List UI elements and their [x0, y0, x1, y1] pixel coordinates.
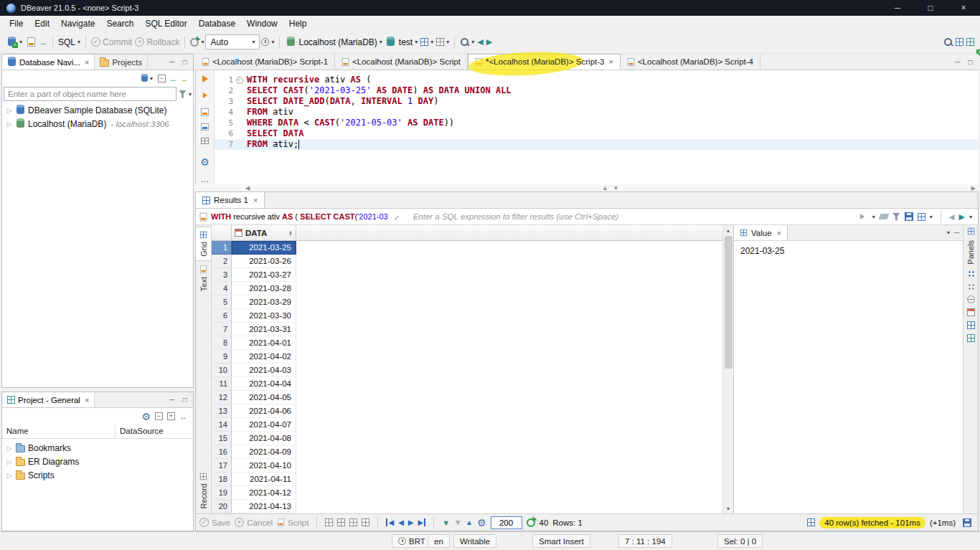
collapse-up-icon[interactable]: ▲ — [603, 185, 608, 191]
grid-row-18[interactable]: 18 2021-04-11 — [212, 473, 722, 486]
grid-row-10[interactable]: 10 2021-04-03 — [212, 364, 722, 377]
export-results-icon[interactable]: ▲ — [466, 518, 473, 526]
grid-row-13[interactable]: 13 2021-04-06 — [212, 404, 722, 418]
database-selector[interactable]: test▾ — [384, 37, 419, 48]
scroll-down-icon[interactable]: ▼ — [723, 503, 733, 513]
project-item-1[interactable]: ▷ Bookmarks — [2, 441, 193, 455]
panel-toggle-icon[interactable] — [967, 321, 975, 329]
panel-toggle-icon[interactable] — [967, 334, 975, 342]
grid-row-6[interactable]: 6 2021-03-30 — [212, 309, 722, 323]
grid-row-12[interactable]: 12 2021-04-05 — [212, 391, 722, 404]
connection-selector[interactable]: Localhost (MariaDB)▾ — [283, 37, 383, 48]
grid-vscrollbar[interactable]: ▲ ▼ — [722, 225, 733, 513]
open-perspective-button[interactable]: + — [954, 38, 965, 46]
language-indicator[interactable]: en — [428, 534, 450, 548]
grid-corner-cell[interactable] — [212, 225, 232, 240]
row-header[interactable]: 6 — [212, 309, 232, 323]
sash-collapse-control[interactable]: ▲ ▼ — [603, 185, 619, 191]
expander-icon[interactable]: ▷ — [6, 445, 13, 452]
link-icon[interactable]: ↔ — [38, 38, 49, 47]
row-header[interactable]: 8 — [212, 336, 232, 350]
data-cell[interactable]: 2021-03-31 — [232, 323, 296, 336]
row-header[interactable]: 4 — [212, 282, 232, 295]
minimize-window-icon[interactable]: ─ — [881, 0, 914, 16]
data-cell[interactable]: 2021-04-11 — [232, 473, 296, 486]
editor-code[interactable]: 1 − WITH recursive ativ AS ( 2 SELECT CA… — [215, 70, 979, 184]
minimize-panel-icon[interactable]: ─ — [954, 229, 959, 237]
apply-filter-icon[interactable] — [857, 211, 868, 222]
collapse-down-icon[interactable]: ▼ — [613, 185, 619, 191]
code-line-5[interactable]: 5 WHERE DATA < CAST('2021-05-03' AS DATE… — [215, 118, 979, 128]
filter-caret-icon[interactable]: ▾ — [189, 91, 192, 98]
delete-row-icon[interactable] — [362, 518, 369, 526]
row-header[interactable]: 15 — [212, 432, 232, 445]
code-line-6[interactable]: 6 SELECT DATA — [215, 128, 979, 139]
close-icon[interactable]: × — [777, 229, 781, 237]
templates-icon[interactable] — [201, 138, 209, 144]
commit-button[interactable]: ✓Commit — [90, 37, 133, 47]
grid-row-2[interactable]: 2 2021-03-26 — [212, 255, 722, 268]
forward-button[interactable]: ▶ — [485, 37, 494, 47]
value-content[interactable]: 2021-03-25 — [734, 241, 963, 261]
data-cell[interactable]: 2021-04-09 — [232, 445, 296, 459]
close-icon[interactable]: × — [85, 396, 89, 404]
grid-row-7[interactable]: 7 2021-03-31 — [212, 323, 722, 336]
tab-database-navigator[interactable]: Database Navi... × — [2, 54, 95, 70]
save-button[interactable]: ✓Save — [199, 518, 230, 527]
editor-tab-2[interactable]: <Localhost (MariaDB)> Script — [335, 54, 468, 70]
data-cell[interactable]: 2021-03-29 — [232, 295, 296, 309]
filter-sql[interactable]: WITH recursive ativ AS ( SELECT CAST('20… — [211, 212, 388, 221]
tab-projects[interactable]: Projects — [95, 54, 148, 70]
menu-navigate[interactable]: Navigate — [55, 16, 100, 31]
row-header[interactable]: 2 — [212, 255, 232, 268]
last-row-icon[interactable]: ▶ — [418, 518, 426, 526]
panels-toggle-icon[interactable] — [918, 213, 925, 221]
row-header[interactable]: 19 — [212, 486, 232, 500]
expander-icon[interactable]: ▷ — [6, 472, 13, 479]
code-line-1[interactable]: 1 − WITH recursive ativ AS ( — [215, 75, 979, 85]
expander-icon[interactable]: ▷ — [6, 120, 13, 128]
panels-caret-icon[interactable]: ▾ — [930, 214, 933, 220]
duplicate-row-icon[interactable] — [349, 518, 357, 526]
menu-window[interactable]: Window — [241, 16, 283, 31]
editor-tab-4[interactable]: <Localhost (MariaDB)> Script-4 — [621, 54, 760, 70]
project-item-3[interactable]: ▷ Scripts — [2, 468, 193, 482]
insert-mode-indicator[interactable]: Smart Insert — [532, 534, 590, 548]
minimize-panel-icon[interactable]: ─ — [952, 58, 963, 66]
save-filter-icon[interactable] — [905, 212, 913, 221]
tab-results-1[interactable]: Results 1 × — [196, 192, 265, 208]
row-header[interactable]: 5 — [212, 295, 232, 309]
execute-statement-icon[interactable] — [202, 75, 208, 82]
data-cell[interactable]: 2021-04-13 — [232, 500, 296, 513]
close-icon[interactable]: × — [608, 57, 613, 66]
transaction-log-button[interactable]: ▾ — [260, 38, 275, 46]
schema-selector-icon[interactable]: ▾ — [419, 38, 435, 46]
panel-toggle-icon[interactable] — [967, 270, 975, 278]
first-row-icon[interactable]: ◀ — [386, 518, 394, 526]
sort-filter-icon[interactable]: ▲▼ — [288, 230, 293, 236]
row-header[interactable]: 20 — [212, 500, 232, 513]
previous-row-icon[interactable]: ◀ — [398, 518, 404, 526]
data-cell[interactable]: 2021-03-25 — [232, 241, 296, 255]
data-cell[interactable]: 2021-04-03 — [232, 364, 296, 377]
open-script-button[interactable] — [24, 37, 38, 48]
quick-search-button[interactable] — [942, 37, 954, 47]
tab-project-general[interactable]: Project - General × — [2, 392, 95, 407]
object-filter-input[interactable] — [4, 87, 176, 101]
data-cell[interactable]: 2021-03-28 — [232, 282, 296, 295]
menu-help[interactable]: Help — [283, 16, 313, 31]
value-menu-caret-icon[interactable]: ▾ — [947, 229, 950, 236]
grid-row-1[interactable]: 1 2021-03-25 — [212, 241, 722, 255]
expand-all-icon[interactable]: + — [167, 412, 175, 420]
grid-row-8[interactable]: 8 2021-04-01 — [212, 336, 722, 350]
editor-tab-3[interactable]: *<Localhost (MariaDB)> Script-3 × — [468, 54, 621, 70]
maximize-panel-icon[interactable]: □ — [965, 58, 976, 66]
filter-funnel-icon[interactable] — [179, 90, 187, 98]
menu-search[interactable]: Search — [100, 16, 139, 31]
output-panel-icon[interactable] — [963, 518, 971, 527]
expand-filter-icon[interactable]: ↔ — [390, 211, 401, 222]
data-cell[interactable]: 2021-04-02 — [232, 350, 296, 364]
column-header-datasource[interactable]: DataSource — [116, 425, 168, 438]
editor-tab-1[interactable]: <Localhost (MariaDB)> Script-1 — [195, 54, 335, 70]
row-header[interactable]: 1 — [212, 241, 232, 255]
